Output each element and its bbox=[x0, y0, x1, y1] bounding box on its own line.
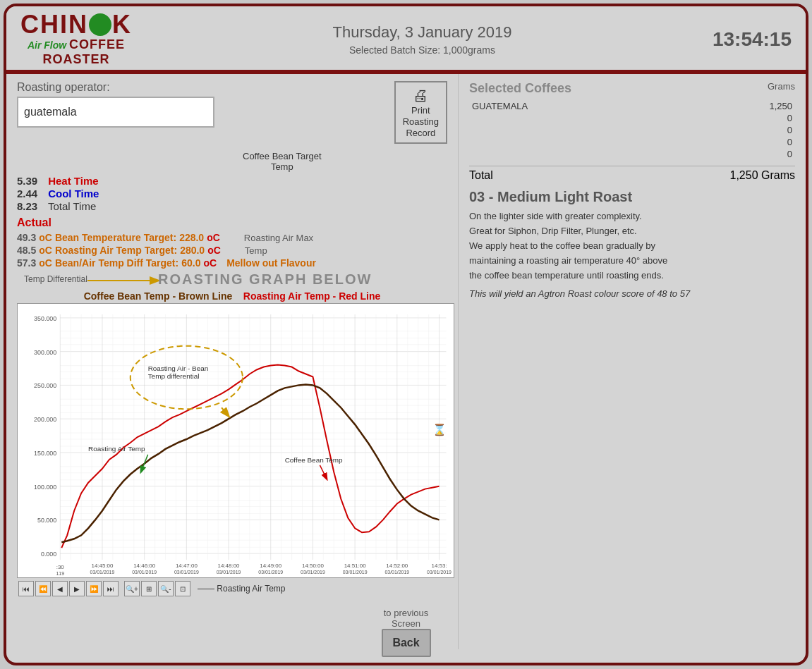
ctrl-zoom-in[interactable]: 🔍+ bbox=[124, 581, 140, 596]
svg-text:14:45:00: 14:45:00 bbox=[92, 563, 114, 569]
back-button[interactable]: Back bbox=[382, 629, 431, 657]
bottom-bar: to previousScreen Back bbox=[6, 608, 806, 657]
header-date: Thursday, 3 January 2019 bbox=[332, 23, 511, 42]
roast-desc-4: maintaining a roasting air temperature 4… bbox=[469, 254, 795, 269]
ctrl-next-big[interactable]: ⏩ bbox=[86, 581, 102, 596]
svg-text:03/01/2019: 03/01/2019 bbox=[132, 570, 157, 575]
svg-text:03/01/2019: 03/01/2019 bbox=[384, 570, 409, 575]
legend-red: Roasting Air Temp - Red Line bbox=[243, 290, 380, 302]
svg-text:Roasting Air Temp: Roasting Air Temp bbox=[88, 445, 145, 453]
temp-row2-unit2: oC bbox=[207, 245, 221, 256]
operator-input[interactable] bbox=[17, 97, 214, 128]
svg-text:100.000: 100.000 bbox=[34, 484, 56, 491]
svg-text:Temp differential: Temp differential bbox=[148, 373, 200, 381]
svg-text:03/01/2019: 03/01/2019 bbox=[90, 570, 115, 575]
back-label: to previousScreen bbox=[384, 608, 429, 629]
logo-k: K bbox=[112, 10, 132, 39]
svg-text:Roasting Air - Bean: Roasting Air - Bean bbox=[148, 364, 209, 372]
operator-box: Roasting operator: bbox=[17, 81, 380, 128]
ctrl-prev-big[interactable]: ⏪ bbox=[35, 581, 51, 596]
actual-label: Actual bbox=[17, 216, 447, 229]
table-row: 0 bbox=[469, 124, 795, 136]
roast-description: On the lighter side with greater complex… bbox=[469, 209, 795, 283]
header-time: 13:54:15 bbox=[713, 28, 792, 51]
temp-row3-mellow: Mellow out Flavour bbox=[226, 257, 316, 269]
print-button[interactable]: 🖨 PrintRoastingRecord bbox=[394, 81, 447, 144]
temp-row1-desc: Bean Temperature Target: bbox=[55, 232, 176, 243]
coffees-total: Total 1,250 Grams bbox=[469, 166, 795, 182]
logo-roaster: ROASTER bbox=[20, 52, 132, 67]
total-grams: 1,250 Grams bbox=[730, 169, 795, 182]
temp-row3-actual: 57.3 bbox=[17, 257, 36, 269]
print-icon: 🖨 bbox=[413, 87, 428, 105]
svg-text:03/01/2019: 03/01/2019 bbox=[258, 570, 283, 575]
svg-text:14:50:00: 14:50:00 bbox=[302, 563, 324, 569]
roasting-graph-title: ROASTING GRAPH BELOW bbox=[158, 271, 372, 288]
legend-brown: Coffee Bean Temp - Brown Line bbox=[84, 290, 233, 302]
ctrl-prev[interactable]: ◀ bbox=[52, 581, 68, 596]
ctrl-next[interactable]: ▶ bbox=[69, 581, 85, 596]
selected-coffees-title: Selected Coffees bbox=[469, 81, 571, 96]
coffee-grams-2: 0 bbox=[691, 112, 795, 124]
temp-row1-unit2: oC bbox=[207, 232, 220, 243]
heat-label: Heat Time bbox=[48, 175, 98, 187]
svg-text:350.000: 350.000 bbox=[34, 315, 56, 322]
agtron-note: This will yield an Agtron Roast colour s… bbox=[469, 288, 795, 299]
right-panel: Selected Coffees Grams GUATEMALA 1,250 0 bbox=[458, 74, 806, 649]
operator-label: Roasting operator: bbox=[17, 81, 380, 94]
roast-type-title: 03 - Medium Light Roast bbox=[469, 189, 795, 205]
logo-chin: CHIN bbox=[20, 10, 88, 39]
table-row: GUATEMALA 1,250 bbox=[469, 100, 795, 112]
total-value: 8.23 bbox=[17, 200, 45, 212]
roast-desc-2: Great for Siphon, Drip Filter, Plunger, … bbox=[469, 224, 795, 239]
header-center: Thursday, 3 January 2019 Selected Batch … bbox=[332, 23, 511, 56]
table-row: 0 bbox=[469, 136, 795, 148]
temp-diff-area: Temp Differential ROASTING GRAPH BELOW bbox=[17, 270, 447, 290]
cool-label: Cool Time bbox=[48, 188, 99, 200]
heat-value: 5.39 bbox=[17, 175, 45, 187]
svg-text:250.000: 250.000 bbox=[34, 383, 56, 390]
graph-container: 350.000 300.000 250.000 200.000 150.000 … bbox=[17, 303, 454, 578]
logo-oo-icon bbox=[89, 13, 111, 36]
cool-time-row: 2.44 Cool Time bbox=[17, 188, 447, 200]
temp-row2-actual: 48.5 bbox=[17, 245, 36, 256]
graph-controls: ⏮ ⏪ ◀ ▶ ⏩ ⏭ 🔍+ ⊞ 🔍- ⊡ —— Roasting Air Te… bbox=[17, 578, 447, 599]
ctrl-last[interactable]: ⏭ bbox=[103, 581, 119, 596]
temp-row-3: 57.3 oC Bean/Air Temp Diff Target: 60.0 … bbox=[17, 257, 447, 269]
coffee-grams-4: 0 bbox=[691, 136, 795, 148]
roast-desc-1: On the lighter side with greater complex… bbox=[469, 209, 795, 224]
back-section: to previousScreen Back bbox=[382, 608, 431, 657]
graph-svg: 350.000 300.000 250.000 200.000 150.000 … bbox=[18, 304, 454, 577]
temp-row2-target: 280.0 bbox=[180, 245, 205, 256]
temp-row2-desc: Roasting Air Temp Target: bbox=[55, 245, 177, 256]
svg-text:⌛: ⌛ bbox=[432, 423, 447, 436]
coffees-header: Selected Coffees Grams bbox=[469, 81, 795, 100]
svg-text:300.000: 300.000 bbox=[34, 349, 56, 356]
temp-targets: 49.3 oC Bean Temperature Target: 228.0 o… bbox=[17, 232, 447, 269]
svg-text:Coffee Bean Temp: Coffee Bean Temp bbox=[285, 456, 343, 464]
svg-text:150.000: 150.000 bbox=[34, 450, 56, 457]
svg-text:14:48:00: 14:48:00 bbox=[218, 563, 240, 569]
logo-chinook: CHINK bbox=[20, 12, 132, 37]
svg-rect-2 bbox=[18, 304, 454, 577]
roast-desc-5: the coffee bean temperature until roasti… bbox=[469, 269, 795, 283]
svg-text:119: 119 bbox=[56, 571, 64, 576]
ctrl-zoom-out[interactable]: 🔍- bbox=[158, 581, 174, 596]
header-batch: Selected Batch Size: 1,000grams bbox=[332, 44, 511, 56]
cbt-annotation-area: Coffee Bean TargetTemp bbox=[17, 151, 447, 172]
ctrl-zoom-custom[interactable]: ⊡ bbox=[175, 581, 190, 596]
svg-text:14:52:00: 14:52:00 bbox=[386, 563, 408, 569]
svg-text:03/01/2019: 03/01/2019 bbox=[343, 570, 368, 575]
coffee-name-5 bbox=[469, 148, 691, 160]
ctrl-first[interactable]: ⏮ bbox=[18, 581, 34, 596]
svg-text:03/01/2019: 03/01/2019 bbox=[174, 570, 199, 575]
ctrl-zoom-fit[interactable]: ⊞ bbox=[141, 581, 157, 596]
svg-text:14:47:00: 14:47:00 bbox=[176, 563, 198, 569]
table-row: 0 bbox=[469, 112, 795, 124]
svg-text:14:51:00: 14:51:00 bbox=[344, 563, 366, 569]
svg-text:14:49:00: 14:49:00 bbox=[260, 563, 281, 569]
temp-row2-side: Temp bbox=[245, 245, 267, 256]
svg-text:03/01/2019: 03/01/2019 bbox=[427, 570, 452, 575]
temp-row-2: 48.5 oC Roasting Air Temp Target: 280.0 … bbox=[17, 245, 447, 256]
left-panel: Roasting operator: 🖨 PrintRoastingRecord… bbox=[6, 74, 458, 649]
